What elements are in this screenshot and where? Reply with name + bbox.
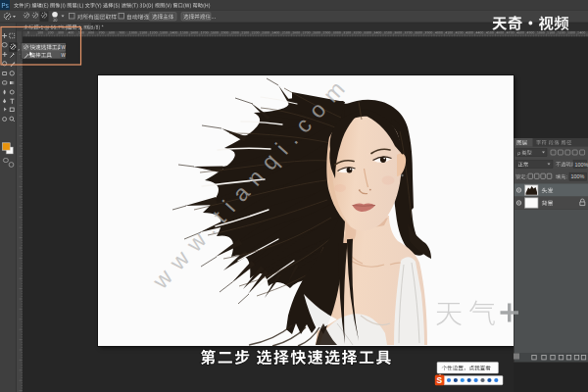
svg-text:www.tianqi.com: www.tianqi.com <box>147 70 356 294</box>
svg-text:W: W <box>61 45 66 50</box>
svg-text:W: W <box>61 53 66 58</box>
svg-text:S: S <box>437 375 443 385</box>
svg-text:100%: 100% <box>575 162 588 168</box>
svg-text:100%: 100% <box>571 173 585 179</box>
